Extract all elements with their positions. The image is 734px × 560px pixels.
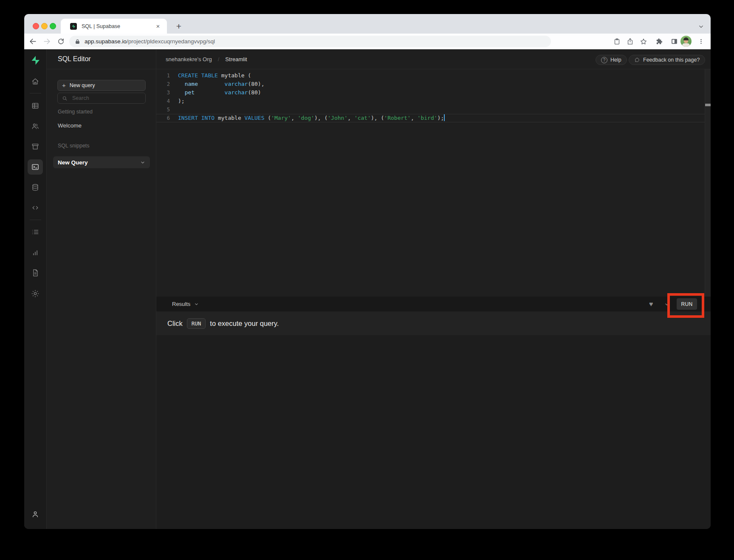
- tab-close-icon[interactable]: ×: [154, 23, 162, 30]
- browser-menu-dots-icon[interactable]: [695, 35, 707, 48]
- rail-divider: [30, 93, 41, 93]
- feedback-label: Feedback on this page?: [643, 57, 700, 63]
- reports-chart-icon[interactable]: [28, 245, 43, 260]
- sql-editor-sidebar: SQL Editor + New query Getting started W…: [47, 49, 156, 529]
- code-line[interactable]: 1CREATE TABLE mytable (: [156, 71, 711, 80]
- getting-started-label: Getting started: [58, 109, 93, 115]
- code-line[interactable]: 2 name varchar(80),: [156, 80, 711, 88]
- line-number: 1: [156, 71, 170, 80]
- scrollbar-thumb[interactable]: [705, 104, 711, 106]
- sql-editor-icon[interactable]: [28, 159, 43, 175]
- sql-snippets-label: SQL snippets: [58, 143, 90, 149]
- results-tab[interactable]: Results: [172, 297, 199, 311]
- code-lines: 1CREATE TABLE mytable (2 name varchar(80…: [156, 71, 711, 122]
- sidebar-item-welcome[interactable]: Welcome: [58, 122, 82, 129]
- results-toolbar: Results ♥ RUN: [156, 297, 711, 311]
- zoom-button[interactable]: [50, 23, 56, 29]
- help-label: Help: [610, 57, 621, 63]
- lock-icon: [75, 39, 80, 45]
- reload-icon[interactable]: [55, 35, 67, 48]
- editor-scrollbar[interactable]: [705, 69, 711, 297]
- plus-icon: +: [62, 82, 66, 89]
- sql-code-editor[interactable]: 1CREATE TABLE mytable (2 name varchar(80…: [156, 69, 711, 297]
- run-kbd: RUN: [187, 318, 206, 329]
- new-query-label: New query: [70, 82, 95, 88]
- code-line[interactable]: 3 pet varchar(80): [156, 88, 711, 97]
- browser-tab[interactable]: SQL | Supabase ×: [61, 19, 167, 34]
- browser-window: SQL | Supabase × + app.supabase.io/proje…: [24, 14, 711, 529]
- search-box[interactable]: [57, 93, 146, 104]
- storage-icon[interactable]: [28, 139, 43, 154]
- feedback-button[interactable]: Feedback on this page?: [629, 55, 705, 65]
- results-hint: Click RUN to execute your query.: [156, 311, 711, 335]
- side-panel-icon[interactable]: [668, 35, 680, 48]
- auth-users-icon[interactable]: [28, 119, 43, 134]
- rail-divider: [30, 220, 41, 220]
- hint-prefix: Click: [167, 320, 183, 328]
- api-code-icon[interactable]: [28, 200, 43, 215]
- new-tab-button[interactable]: +: [173, 20, 185, 32]
- help-button[interactable]: ? Help: [596, 55, 627, 65]
- breadcrumb: snehankekre's Org / Streamlit: [166, 49, 247, 69]
- table-editor-icon[interactable]: [28, 98, 43, 113]
- forward-icon[interactable]: [41, 35, 53, 48]
- back-icon[interactable]: [27, 35, 39, 48]
- share-icon[interactable]: [624, 35, 636, 48]
- address-bar[interactable]: app.supabase.io/project/pldexcuqrnyedang…: [69, 36, 551, 47]
- browser-tabstrip: SQL | Supabase × +: [24, 14, 711, 34]
- hint-suffix: to execute your query.: [210, 320, 279, 328]
- favorite-heart-icon[interactable]: ♥: [649, 297, 653, 311]
- chevron-down-icon[interactable]: [140, 160, 145, 165]
- new-query-button[interactable]: + New query: [57, 80, 146, 91]
- minimize-button[interactable]: [41, 23, 48, 29]
- line-number: 6: [156, 114, 170, 122]
- home-icon[interactable]: [28, 74, 43, 89]
- chat-bubble-icon: [634, 57, 640, 63]
- line-number: 4: [156, 97, 170, 105]
- supabase-logo-icon[interactable]: [28, 53, 43, 68]
- search-input[interactable]: [71, 95, 137, 102]
- settings-gear-icon[interactable]: [28, 286, 43, 301]
- tab-search-chevron-icon[interactable]: [695, 21, 706, 32]
- breadcrumb-org[interactable]: snehankekre's Org: [166, 56, 212, 62]
- line-number: 2: [156, 80, 170, 88]
- database-icon[interactable]: [28, 180, 43, 195]
- code-text: );: [178, 97, 185, 105]
- docs-icon[interactable]: [28, 265, 43, 280]
- text-cursor: [444, 114, 445, 121]
- line-number: 5: [156, 105, 170, 114]
- url-text: app.supabase.io/project/pldexcuqrnyedang…: [85, 38, 215, 45]
- profile-avatar[interactable]: [680, 36, 692, 47]
- screenshot-root: { "browser": { "tab_title": "SQL | Supab…: [0, 0, 734, 560]
- code-line[interactable]: 6INSERT INTO mytable VALUES ('Mary', 'do…: [156, 114, 711, 122]
- code-line[interactable]: 4);: [156, 97, 711, 105]
- sidebar-item-new-query[interactable]: New Query: [53, 156, 150, 168]
- annotation-highlight-box: [667, 293, 704, 318]
- main-header: snehankekre's Org / Streamlit ? Help Fee…: [156, 49, 711, 69]
- avatar-body: [682, 43, 690, 47]
- code-line[interactable]: 5: [156, 105, 711, 114]
- logs-list-icon[interactable]: [28, 224, 43, 240]
- supabase-app: SQL Editor + New query Getting started W…: [24, 49, 711, 529]
- code-text: name varchar(80),: [178, 80, 265, 88]
- extensions-puzzle-icon[interactable]: [653, 35, 666, 48]
- bookmark-star-icon[interactable]: [637, 35, 649, 48]
- help-icon: ?: [601, 57, 607, 63]
- breadcrumb-separator: /: [218, 56, 220, 62]
- snippet-label: New Query: [58, 159, 88, 166]
- nav-rail: [24, 49, 47, 529]
- browser-toolbar: app.supabase.io/project/pldexcuqrnyedang…: [24, 34, 711, 49]
- clipboard-icon[interactable]: [611, 35, 623, 48]
- results-label: Results: [172, 301, 190, 307]
- chevron-down-icon[interactable]: [194, 302, 199, 306]
- sidebar-header: SQL Editor: [47, 49, 156, 69]
- code-text: pet varchar(80): [178, 88, 261, 97]
- account-person-icon[interactable]: [28, 506, 43, 522]
- line-number: 3: [156, 88, 170, 97]
- breadcrumb-project[interactable]: Streamlit: [225, 56, 247, 62]
- results-empty-area: [156, 335, 711, 529]
- close-button[interactable]: [33, 23, 39, 29]
- avatar-hair: [683, 37, 689, 40]
- code-text: INSERT INTO mytable VALUES ('Mary', 'dog…: [178, 114, 445, 122]
- main-panel: snehankekre's Org / Streamlit ? Help Fee…: [156, 49, 711, 529]
